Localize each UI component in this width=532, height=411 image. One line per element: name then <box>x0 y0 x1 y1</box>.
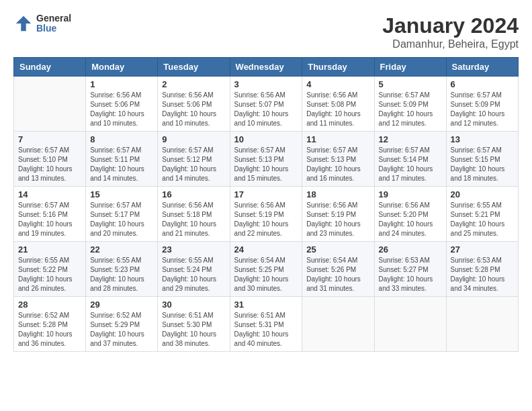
day-info: Sunrise: 6:57 AMSunset: 5:14 PMDaylight:… <box>379 146 442 183</box>
day-cell: 1Sunrise: 6:56 AMSunset: 5:06 PMDaylight… <box>86 77 158 132</box>
day-cell: 9Sunrise: 6:57 AMSunset: 5:12 PMDaylight… <box>158 132 230 187</box>
day-number: 6 <box>451 79 514 89</box>
day-cell: 10Sunrise: 6:57 AMSunset: 5:13 PMDayligh… <box>230 132 302 187</box>
header-saturday: Saturday <box>446 58 518 77</box>
day-cell <box>374 297 446 352</box>
logo-icon <box>13 13 34 34</box>
day-number: 23 <box>162 244 225 255</box>
day-info: Sunrise: 6:57 AMSunset: 5:10 PMDaylight:… <box>18 146 81 183</box>
day-cell: 23Sunrise: 6:55 AMSunset: 5:24 PMDayligh… <box>158 242 230 297</box>
day-number: 22 <box>90 244 153 255</box>
logo: General Blue <box>13 13 71 34</box>
day-info: Sunrise: 6:57 AMSunset: 5:15 PMDaylight:… <box>451 146 514 183</box>
day-number: 17 <box>234 189 298 199</box>
day-cell: 28Sunrise: 6:52 AMSunset: 5:28 PMDayligh… <box>14 297 86 352</box>
day-info: Sunrise: 6:56 AMSunset: 5:19 PMDaylight:… <box>306 201 369 238</box>
day-info: Sunrise: 6:57 AMSunset: 5:17 PMDaylight:… <box>90 201 153 238</box>
day-info: Sunrise: 6:57 AMSunset: 5:13 PMDaylight:… <box>306 146 369 183</box>
day-cell: 22Sunrise: 6:55 AMSunset: 5:23 PMDayligh… <box>86 242 158 297</box>
week-row-0: 1Sunrise: 6:56 AMSunset: 5:06 PMDaylight… <box>14 77 519 132</box>
header-thursday: Thursday <box>302 58 374 77</box>
day-cell: 29Sunrise: 6:52 AMSunset: 5:29 PMDayligh… <box>86 297 158 352</box>
month-title: January 2024 <box>382 13 519 38</box>
day-cell: 5Sunrise: 6:57 AMSunset: 5:09 PMDaylight… <box>374 77 446 132</box>
day-number: 31 <box>234 300 298 310</box>
day-cell: 2Sunrise: 6:56 AMSunset: 5:06 PMDaylight… <box>158 77 230 132</box>
day-number: 26 <box>379 244 442 255</box>
day-cell: 19Sunrise: 6:56 AMSunset: 5:20 PMDayligh… <box>374 187 446 242</box>
day-number: 21 <box>18 244 81 255</box>
day-info: Sunrise: 6:54 AMSunset: 5:26 PMDaylight:… <box>306 256 369 293</box>
day-info: Sunrise: 6:52 AMSunset: 5:29 PMDaylight:… <box>90 311 153 349</box>
day-number: 25 <box>306 244 369 255</box>
day-info: Sunrise: 6:57 AMSunset: 5:09 PMDaylight:… <box>379 91 442 128</box>
day-cell: 8Sunrise: 6:57 AMSunset: 5:11 PMDaylight… <box>86 132 158 187</box>
day-cell: 11Sunrise: 6:57 AMSunset: 5:13 PMDayligh… <box>302 132 374 187</box>
day-info: Sunrise: 6:52 AMSunset: 5:28 PMDaylight:… <box>18 311 81 349</box>
day-cell: 6Sunrise: 6:57 AMSunset: 5:09 PMDaylight… <box>446 77 518 132</box>
day-cell: 25Sunrise: 6:54 AMSunset: 5:26 PMDayligh… <box>302 242 374 297</box>
day-number: 16 <box>162 189 225 199</box>
day-number: 14 <box>18 189 81 199</box>
day-number: 1 <box>90 79 153 89</box>
day-cell: 30Sunrise: 6:51 AMSunset: 5:30 PMDayligh… <box>158 297 230 352</box>
day-info: Sunrise: 6:57 AMSunset: 5:13 PMDaylight:… <box>234 146 298 183</box>
day-cell: 3Sunrise: 6:56 AMSunset: 5:07 PMDaylight… <box>230 77 302 132</box>
page-header: General Blue January 2024 Damanhur, Behe… <box>13 13 519 50</box>
day-info: Sunrise: 6:55 AMSunset: 5:23 PMDaylight:… <box>90 256 153 293</box>
day-cell: 7Sunrise: 6:57 AMSunset: 5:10 PMDaylight… <box>14 132 86 187</box>
day-number: 12 <box>379 134 442 144</box>
day-info: Sunrise: 6:56 AMSunset: 5:19 PMDaylight:… <box>234 201 298 238</box>
day-cell: 20Sunrise: 6:55 AMSunset: 5:21 PMDayligh… <box>446 187 518 242</box>
day-cell: 15Sunrise: 6:57 AMSunset: 5:17 PMDayligh… <box>86 187 158 242</box>
day-info: Sunrise: 6:57 AMSunset: 5:16 PMDaylight:… <box>18 201 81 238</box>
header-tuesday: Tuesday <box>158 58 230 77</box>
day-info: Sunrise: 6:54 AMSunset: 5:25 PMDaylight:… <box>234 256 298 293</box>
header-sunday: Sunday <box>14 58 86 77</box>
day-number: 30 <box>162 300 225 310</box>
day-cell <box>446 297 518 352</box>
day-cell: 18Sunrise: 6:56 AMSunset: 5:19 PMDayligh… <box>302 187 374 242</box>
title-section: January 2024 Damanhur, Beheira, Egypt <box>382 13 519 50</box>
day-info: Sunrise: 6:55 AMSunset: 5:21 PMDaylight:… <box>451 201 514 238</box>
logo-general: General <box>36 13 71 24</box>
week-row-1: 7Sunrise: 6:57 AMSunset: 5:10 PMDaylight… <box>14 132 519 187</box>
day-number: 5 <box>379 79 442 89</box>
day-info: Sunrise: 6:56 AMSunset: 5:18 PMDaylight:… <box>162 201 225 238</box>
week-row-3: 21Sunrise: 6:55 AMSunset: 5:22 PMDayligh… <box>14 242 519 297</box>
day-number: 4 <box>306 79 369 89</box>
day-info: Sunrise: 6:55 AMSunset: 5:22 PMDaylight:… <box>18 256 81 293</box>
day-cell: 21Sunrise: 6:55 AMSunset: 5:22 PMDayligh… <box>14 242 86 297</box>
day-number: 13 <box>451 134 514 144</box>
day-cell: 31Sunrise: 6:51 AMSunset: 5:31 PMDayligh… <box>230 297 302 352</box>
calendar-header-row: SundayMondayTuesdayWednesdayThursdayFrid… <box>14 58 519 77</box>
day-info: Sunrise: 6:56 AMSunset: 5:06 PMDaylight:… <box>162 91 225 128</box>
day-cell: 24Sunrise: 6:54 AMSunset: 5:25 PMDayligh… <box>230 242 302 297</box>
day-number: 18 <box>306 189 369 199</box>
day-cell: 12Sunrise: 6:57 AMSunset: 5:14 PMDayligh… <box>374 132 446 187</box>
day-info: Sunrise: 6:55 AMSunset: 5:24 PMDaylight:… <box>162 256 225 293</box>
day-number: 7 <box>18 134 81 144</box>
svg-marker-0 <box>16 16 32 32</box>
day-number: 3 <box>234 79 298 89</box>
header-friday: Friday <box>374 58 446 77</box>
day-cell <box>14 77 86 132</box>
location-subtitle: Damanhur, Beheira, Egypt <box>382 38 519 50</box>
day-info: Sunrise: 6:53 AMSunset: 5:27 PMDaylight:… <box>379 256 442 293</box>
day-info: Sunrise: 6:57 AMSunset: 5:12 PMDaylight:… <box>162 146 225 183</box>
day-number: 20 <box>451 189 514 199</box>
header-monday: Monday <box>86 58 158 77</box>
day-number: 27 <box>451 244 514 255</box>
day-info: Sunrise: 6:56 AMSunset: 5:06 PMDaylight:… <box>90 91 153 128</box>
day-cell: 4Sunrise: 6:56 AMSunset: 5:08 PMDaylight… <box>302 77 374 132</box>
day-cell: 27Sunrise: 6:53 AMSunset: 5:28 PMDayligh… <box>446 242 518 297</box>
day-info: Sunrise: 6:57 AMSunset: 5:11 PMDaylight:… <box>90 146 153 183</box>
day-cell <box>302 297 374 352</box>
day-cell: 13Sunrise: 6:57 AMSunset: 5:15 PMDayligh… <box>446 132 518 187</box>
day-info: Sunrise: 6:51 AMSunset: 5:30 PMDaylight:… <box>162 311 225 349</box>
day-info: Sunrise: 6:53 AMSunset: 5:28 PMDaylight:… <box>451 256 514 293</box>
day-info: Sunrise: 6:57 AMSunset: 5:09 PMDaylight:… <box>451 91 514 128</box>
header-wednesday: Wednesday <box>230 58 302 77</box>
day-number: 8 <box>90 134 153 144</box>
day-info: Sunrise: 6:56 AMSunset: 5:20 PMDaylight:… <box>379 201 442 238</box>
